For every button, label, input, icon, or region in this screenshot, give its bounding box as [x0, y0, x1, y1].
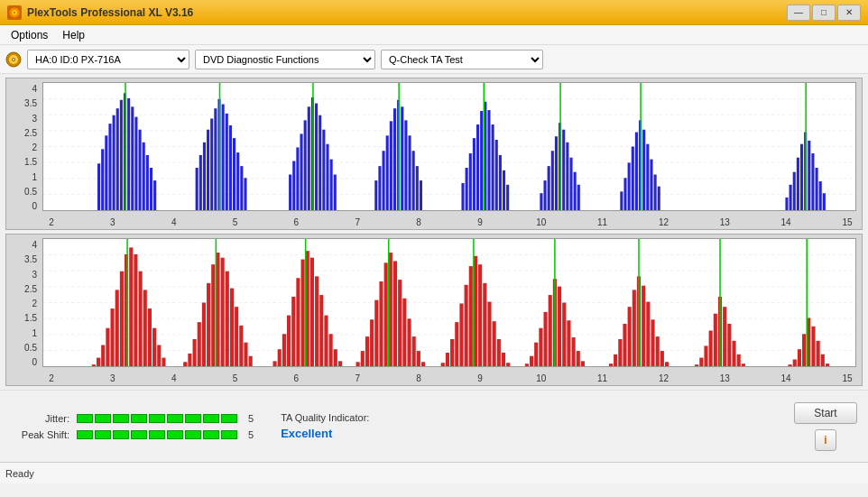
svg-rect-83	[492, 124, 494, 210]
svg-rect-218	[543, 312, 547, 366]
svg-rect-101	[620, 191, 623, 210]
svg-rect-21	[120, 100, 123, 210]
svg-rect-61	[374, 180, 377, 210]
svg-rect-111	[658, 187, 660, 210]
svg-rect-215	[530, 356, 533, 366]
svg-rect-186	[374, 300, 378, 366]
svg-rect-29	[150, 168, 152, 210]
svg-rect-52	[308, 106, 310, 210]
device-select[interactable]: HA:0 ID:0 PX-716A	[27, 50, 189, 69]
svg-rect-224	[572, 337, 576, 366]
blue-chart-area	[42, 82, 856, 211]
svg-rect-142	[134, 254, 137, 366]
svg-rect-171	[296, 278, 300, 366]
function-select[interactable]: DVD Diagnostic Functions	[195, 50, 375, 69]
svg-rect-123	[823, 193, 826, 210]
svg-rect-108	[646, 144, 649, 210]
status-text: Ready	[5, 468, 34, 479]
svg-rect-82	[487, 110, 490, 210]
svg-rect-41	[229, 125, 232, 210]
svg-rect-222	[562, 303, 566, 367]
svg-rect-20	[116, 108, 119, 210]
svg-rect-145	[148, 308, 152, 366]
svg-rect-105	[635, 133, 638, 210]
svg-rect-233	[633, 290, 636, 366]
svg-rect-260	[817, 341, 820, 366]
svg-rect-69	[404, 120, 407, 210]
red-chart-area	[42, 238, 856, 367]
svg-rect-79	[476, 124, 479, 210]
svg-rect-36	[210, 118, 213, 210]
jitter-bar-3	[113, 414, 129, 423]
svg-rect-104	[632, 147, 634, 211]
svg-rect-250	[732, 341, 735, 366]
info-button[interactable]: i	[815, 429, 836, 451]
svg-rect-56	[322, 130, 325, 210]
svg-rect-146	[152, 328, 156, 366]
svg-rect-176	[319, 295, 323, 366]
svg-rect-33	[199, 155, 202, 210]
svg-rect-121	[816, 168, 818, 210]
svg-rect-71	[412, 151, 415, 210]
peak-bar-2	[95, 430, 111, 439]
svg-rect-89	[540, 193, 542, 210]
svg-rect-102	[623, 178, 626, 210]
svg-rect-151	[188, 354, 191, 366]
svg-rect-115	[793, 172, 796, 210]
svg-rect-230	[618, 339, 622, 366]
jitter-bar-5	[149, 414, 165, 423]
maximize-button[interactable]: □	[812, 5, 836, 21]
svg-rect-48	[292, 161, 295, 210]
window-title: PlexTools Professional XL V3.16	[27, 6, 787, 19]
svg-rect-136	[106, 328, 109, 366]
svg-rect-23	[127, 98, 130, 210]
svg-rect-185	[370, 319, 374, 366]
svg-rect-64	[386, 135, 389, 210]
svg-rect-25	[134, 117, 137, 210]
peak-shift-bars	[77, 430, 237, 439]
svg-rect-76	[466, 168, 468, 210]
svg-rect-49	[296, 147, 299, 210]
svg-rect-203	[465, 285, 468, 366]
svg-rect-235	[642, 286, 645, 366]
svg-rect-237	[651, 319, 654, 366]
svg-rect-66	[393, 108, 396, 210]
svg-rect-188	[384, 262, 388, 366]
red-chart-y-axis: 0 0.5 1 1.5 2 2.5 3 3.5 4	[6, 238, 41, 367]
svg-rect-242	[695, 364, 698, 366]
svg-rect-24	[131, 106, 134, 210]
svg-rect-166	[272, 361, 276, 366]
svg-rect-217	[539, 328, 542, 366]
menu-help[interactable]: Help	[55, 27, 92, 43]
svg-rect-187	[379, 281, 383, 366]
svg-rect-239	[660, 351, 664, 366]
svg-rect-159	[226, 272, 229, 366]
svg-rect-65	[390, 121, 392, 210]
svg-rect-87	[506, 185, 509, 210]
device-section	[5, 51, 22, 68]
svg-rect-26	[139, 130, 142, 210]
svg-rect-211	[502, 353, 505, 366]
svg-rect-107	[642, 130, 645, 210]
svg-rect-248	[723, 307, 726, 366]
start-button[interactable]: Start	[794, 402, 857, 424]
svg-rect-39	[222, 105, 225, 211]
svg-rect-122	[819, 181, 822, 210]
blue-chart: 0 0.5 1 1.5 2 2.5 3 3.5 4	[5, 78, 863, 230]
svg-rect-43	[236, 152, 239, 210]
svg-rect-73	[420, 180, 422, 210]
svg-rect-144	[143, 290, 147, 366]
svg-rect-251	[737, 354, 741, 366]
svg-rect-68	[401, 106, 403, 210]
jitter-label: Jitter:	[11, 413, 69, 424]
svg-rect-163	[244, 343, 247, 366]
test-select[interactable]: Q-Check TA Test	[381, 50, 543, 69]
svg-rect-177	[324, 316, 328, 366]
svg-rect-190	[393, 261, 397, 366]
menu-options[interactable]: Options	[4, 27, 55, 43]
svg-rect-152	[193, 339, 197, 366]
minimize-button[interactable]: —	[787, 5, 810, 21]
svg-rect-196	[421, 362, 425, 366]
close-button[interactable]: ✕	[837, 5, 861, 21]
peak-bar-1	[77, 430, 93, 439]
